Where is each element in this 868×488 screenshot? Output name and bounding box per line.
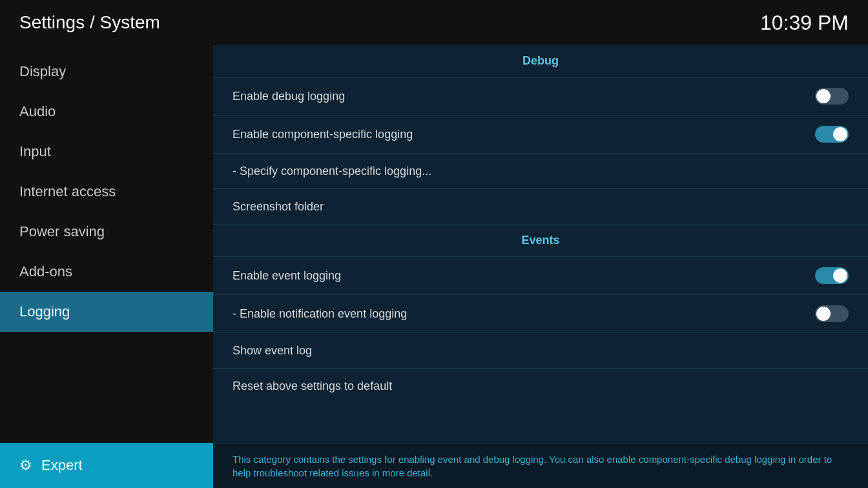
enable-event-logging-row[interactable]: Enable event logging (213, 257, 868, 295)
footer: This category contains the settings for … (213, 443, 868, 488)
enable-debug-logging-toggle[interactable] (815, 88, 849, 105)
enable-event-logging-label: Enable event logging (232, 269, 341, 283)
expert-label: Expert (41, 457, 83, 474)
enable-event-logging-toggle[interactable] (815, 267, 849, 284)
enable-debug-logging-row[interactable]: Enable debug logging (213, 77, 868, 116)
enable-debug-logging-label: Enable debug logging (232, 90, 345, 103)
sidebar-item-internet-access[interactable]: Internet access (0, 172, 213, 212)
settings-content: Debug Enable debug logging Enable compon… (213, 45, 868, 443)
enable-notification-event-logging-label: - Enable notification event logging (232, 307, 407, 321)
reset-defaults-row[interactable]: Reset above settings to default (213, 369, 868, 404)
footer-text: This category contains the settings for … (232, 452, 849, 480)
expert-bar[interactable]: ⚙ Expert (0, 443, 213, 488)
show-event-log-label: Show event log (232, 344, 312, 358)
specify-component-logging-row[interactable]: - Specify component-specific logging... (213, 154, 868, 189)
enable-notification-event-logging-row[interactable]: - Enable notification event logging (213, 295, 868, 333)
page-title: Settings / System (19, 12, 160, 33)
reset-defaults-label: Reset above settings to default (232, 380, 392, 393)
header: Settings / System 10:39 PM (0, 0, 868, 45)
enable-component-logging-label: Enable component-specific logging (232, 128, 413, 141)
bottom-bar: ⚙ Expert This category contains the sett… (0, 443, 868, 488)
screenshot-folder-label: Screenshot folder (232, 200, 324, 214)
enable-component-logging-row[interactable]: Enable component-specific logging (213, 116, 868, 154)
sidebar-item-logging[interactable]: Logging (0, 292, 213, 332)
sidebar-item-input[interactable]: Input (0, 132, 213, 172)
sidebar-item-add-ons[interactable]: Add-ons (0, 252, 213, 292)
specify-component-logging-label: - Specify component-specific logging... (232, 165, 431, 178)
enable-notification-event-logging-toggle[interactable] (815, 305, 849, 322)
debug-section-header: Debug (213, 45, 868, 77)
sidebar-item-power-saving[interactable]: Power saving (0, 212, 213, 252)
sidebar-item-audio[interactable]: Audio (0, 92, 213, 132)
toggle-knob (816, 89, 831, 103)
main-layout: Display Audio Input Internet access Powe… (0, 45, 868, 443)
sidebar-item-display[interactable]: Display (0, 52, 213, 92)
expert-icon: ⚙ (19, 457, 32, 474)
enable-component-logging-toggle[interactable] (815, 126, 849, 143)
show-event-log-row[interactable]: Show event log (213, 333, 868, 369)
screenshot-folder-row[interactable]: Screenshot folder (213, 189, 868, 225)
toggle-knob (833, 127, 847, 141)
events-section-header: Events (213, 225, 868, 257)
sidebar: Display Audio Input Internet access Powe… (0, 45, 213, 443)
toggle-knob (816, 307, 831, 321)
clock: 10:39 PM (760, 11, 849, 35)
toggle-knob (833, 269, 847, 283)
